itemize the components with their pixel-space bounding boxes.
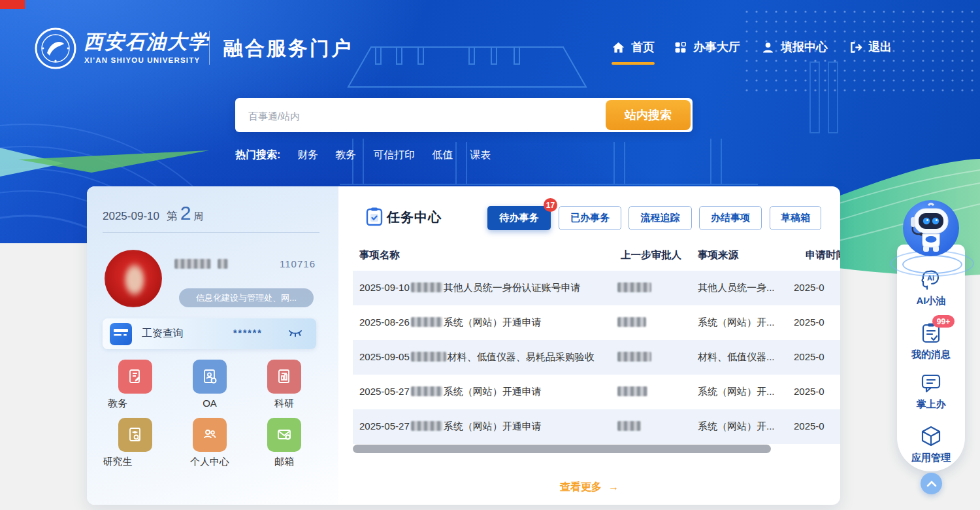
task-title: 系统（网站）开通申请 bbox=[444, 420, 542, 432]
hot-search-row: 热门搜索: 财务 教务 可信打印 低值 课表 bbox=[235, 148, 491, 162]
home-icon bbox=[612, 41, 625, 54]
task-title-cell: 2025-08-26系统（网站）开通申请 bbox=[359, 316, 542, 329]
approver-cell bbox=[617, 282, 651, 293]
redacted-approver bbox=[617, 282, 651, 292]
float-item-app-management[interactable]: 应用管理 bbox=[897, 425, 965, 464]
logo-divider bbox=[209, 31, 210, 65]
salary-label: 工资查询 bbox=[142, 327, 184, 341]
horizontal-scrollbar[interactable] bbox=[353, 445, 771, 453]
redacted-text bbox=[411, 352, 446, 362]
float-item-mobile-office[interactable]: 掌上办 bbox=[897, 373, 965, 411]
column-header-approver: 上一步审批人 bbox=[621, 248, 681, 262]
ai-robot-mascot[interactable] bbox=[903, 200, 959, 256]
app-tile-personal-center[interactable] bbox=[193, 418, 227, 452]
task-title: 系统（网站）开通申请 bbox=[444, 316, 542, 328]
hot-search-item[interactable]: 可信打印 bbox=[373, 148, 415, 162]
logout-icon bbox=[849, 41, 862, 54]
nav-active-underline bbox=[612, 62, 655, 65]
column-header-name: 事项名称 bbox=[359, 248, 400, 262]
week-prefix: 第 bbox=[163, 210, 178, 222]
approver-cell bbox=[617, 316, 646, 328]
table-row[interactable]: 2025-05-27系统（网站）开通申请 系统（网站）开... 2025-0 bbox=[353, 375, 840, 409]
doc-pen-icon bbox=[127, 368, 144, 385]
mail-icon bbox=[276, 426, 293, 443]
applied-cell: 2025-0 bbox=[794, 316, 825, 328]
tab-done[interactable]: 已办事务 bbox=[559, 206, 621, 230]
tab-completed[interactable]: 办结事项 bbox=[699, 206, 762, 230]
redacted-approver bbox=[617, 421, 641, 431]
app-tile-yanjiusheng[interactable] bbox=[118, 418, 152, 452]
app-tile-mail[interactable] bbox=[267, 418, 301, 452]
redacted-approver bbox=[617, 386, 647, 396]
search-input[interactable] bbox=[247, 98, 596, 133]
app-tile-keyan[interactable] bbox=[267, 360, 301, 394]
nav-item-home[interactable]: 首页 bbox=[612, 39, 655, 55]
source-cell: 系统（网站）开... bbox=[698, 386, 775, 398]
nav-label: 退出 bbox=[868, 39, 892, 55]
redacted-text bbox=[411, 386, 442, 396]
graduate-doc-icon bbox=[127, 426, 144, 443]
task-date: 2025-08-26 bbox=[359, 316, 410, 328]
hot-search-item[interactable]: 低值 bbox=[432, 148, 453, 162]
tab-label: 已办事务 bbox=[570, 212, 610, 224]
avatar[interactable] bbox=[105, 250, 162, 307]
column-header-applied: 申请时间 bbox=[806, 248, 840, 262]
app-label: OA bbox=[171, 398, 249, 409]
tab-label: 流程追踪 bbox=[641, 212, 680, 224]
chevron-up-icon bbox=[926, 481, 937, 487]
tab-drafts[interactable]: 草稿箱 bbox=[770, 206, 821, 230]
message-count-badge: 99+ bbox=[932, 315, 955, 328]
main-content-card: 2025-09-10 第2周 110716 信息化建设与管理处、网... 工资查… bbox=[87, 186, 840, 505]
redacted-approver bbox=[617, 317, 646, 327]
nav-label: 首页 bbox=[631, 39, 655, 55]
table-row[interactable]: 2025-09-05材料、低值仪器、易耗品采购验收 材料、低值仪器... 202… bbox=[353, 340, 840, 375]
salary-query-card[interactable]: 工资查询 ****** bbox=[103, 318, 316, 349]
task-title-cell: 2025-09-10其他人员统一身份认证账号申请 bbox=[359, 282, 581, 294]
redacted-text bbox=[411, 317, 442, 327]
tab-todo[interactable]: 待办事务 bbox=[487, 206, 551, 230]
tab-process-tracking[interactable]: 流程追踪 bbox=[629, 206, 692, 230]
task-center-title: 任务中心 bbox=[387, 209, 442, 226]
app-label: 研究生 bbox=[87, 456, 157, 468]
nav-item-report-center[interactable]: 填报中心 bbox=[761, 39, 828, 55]
app-label: 邮箱 bbox=[245, 456, 323, 468]
task-title-cell: 2025-05-27系统（网站）开通申请 bbox=[359, 386, 542, 398]
table-row[interactable]: 2025-08-26系统（网站）开通申请 系统（网站）开... 2025-0 bbox=[353, 305, 840, 340]
table-row[interactable]: 2025-05-27系统（网站）开通申请 系统（网站）开... 2025-0 bbox=[353, 409, 840, 444]
user-name-redacted bbox=[174, 258, 228, 270]
chat-bubble-icon bbox=[920, 373, 942, 394]
site-search-bar: 站内搜索 bbox=[235, 98, 693, 132]
app-tile-jiaowu[interactable] bbox=[118, 360, 152, 394]
redacted-text bbox=[411, 282, 442, 292]
task-date: 2025-09-05 bbox=[359, 351, 410, 362]
source-cell: 系统（网站）开... bbox=[698, 316, 775, 329]
week-suffix: 周 bbox=[193, 211, 203, 222]
nav-item-service-hall[interactable]: 办事大厅 bbox=[674, 39, 740, 55]
float-item-messages[interactable]: 99+ 我的消息 bbox=[897, 322, 965, 361]
app-tile-oa[interactable] bbox=[193, 360, 227, 394]
hot-search-item[interactable]: 教务 bbox=[335, 148, 356, 162]
scroll-to-top-button[interactable] bbox=[921, 473, 942, 494]
float-item-label: 我的消息 bbox=[897, 348, 965, 361]
employee-id: 110716 bbox=[250, 258, 316, 269]
hot-search-label: 热门搜索: bbox=[235, 148, 280, 162]
redacted-approver bbox=[617, 352, 651, 362]
app-label: 个人中心 bbox=[171, 456, 249, 468]
approver-cell bbox=[617, 351, 651, 362]
week-number: 2 bbox=[178, 202, 194, 224]
view-more-link[interactable]: 查看更多 → bbox=[524, 481, 655, 494]
applied-cell: 2025-0 bbox=[794, 351, 825, 362]
search-button[interactable]: 站内搜索 bbox=[606, 100, 691, 130]
profile-panel: 2025-09-10 第2周 110716 信息化建设与管理处、网... 工资查… bbox=[87, 186, 338, 505]
hot-search-item[interactable]: 课表 bbox=[470, 148, 491, 162]
task-title: 其他人员统一身份认证账号申请 bbox=[444, 282, 581, 293]
hot-search-item[interactable]: 财务 bbox=[297, 148, 318, 162]
salary-card-icon bbox=[110, 323, 132, 345]
eye-closed-icon[interactable] bbox=[287, 327, 303, 341]
task-title: 系统（网站）开通申请 bbox=[444, 386, 542, 397]
cube-icon bbox=[920, 425, 942, 447]
applied-cell: 2025-0 bbox=[794, 282, 825, 293]
table-row[interactable]: 2025-09-10其他人员统一身份认证账号申请 其他人员统一身... 2025… bbox=[353, 271, 840, 305]
redacted-text bbox=[411, 421, 442, 431]
nav-item-logout[interactable]: 退出 bbox=[849, 39, 892, 55]
